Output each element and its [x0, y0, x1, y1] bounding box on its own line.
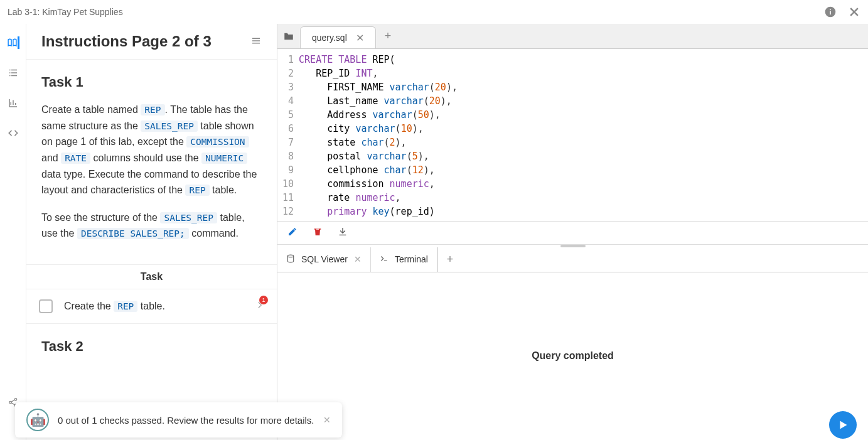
titlebar: Lab 3-1: KimTay Pet Supplies: [0, 0, 868, 24]
book-icon[interactable]: [7, 36, 19, 49]
task-badge: 1: [259, 296, 268, 304]
edit-icon[interactable]: [287, 227, 297, 239]
panel-tab-terminal[interactable]: Terminal: [371, 247, 437, 272]
line-gutter: 1234567891011121314: [277, 53, 299, 221]
task-checkbox[interactable]: [39, 299, 53, 313]
task1-heading: Task 1: [41, 71, 262, 93]
folder-icon[interactable]: [277, 24, 300, 48]
svg-point-6: [287, 255, 293, 257]
list-icon[interactable]: [7, 67, 19, 79]
task1-paragraph-2: To see the structure of the SALES_REP ta…: [41, 210, 262, 242]
chart-icon[interactable]: [7, 97, 19, 109]
left-rail: [0, 24, 26, 440]
tabbar: query.sql ✕ +: [277, 24, 868, 49]
code-icon[interactable]: [7, 127, 19, 139]
instructions-panel: Instructions Page 2 of 3 Task 1 Create a…: [26, 24, 277, 440]
panel-close-icon[interactable]: ✕: [354, 254, 362, 264]
menu-icon[interactable]: [250, 35, 262, 48]
code-rep2: REP: [185, 185, 209, 196]
editor-area: query.sql ✕ + 1234567891011121314 CREATE…: [277, 24, 868, 440]
toast: 🤖 0 out of 1 checks passed. Review the r…: [15, 402, 342, 437]
code-commission: COMMISSION: [186, 136, 249, 148]
toast-close-icon[interactable]: ✕: [323, 415, 331, 425]
terminal-icon: [380, 254, 388, 265]
code-lines[interactable]: CREATE TABLE REP( REP_ID INT, FIRST_NAME…: [299, 53, 868, 221]
chevron-right-icon[interactable]: 1: [255, 301, 264, 311]
code-editor[interactable]: 1234567891011121314 CREATE TABLE REP( RE…: [277, 49, 868, 221]
info-icon[interactable]: [824, 6, 837, 18]
panel-tabs: SQL Viewer ✕ Terminal +: [277, 247, 868, 272]
task-label: Create the REP table.: [64, 301, 244, 312]
tab-query-sql[interactable]: query.sql ✕: [300, 26, 376, 48]
task-row[interactable]: Create the REP table. 1: [26, 289, 277, 324]
run-button[interactable]: [829, 411, 857, 439]
code-rate: RATE: [61, 153, 90, 164]
svg-rect-2: [830, 9, 831, 10]
instructions-heading: Instructions Page 2 of 3: [41, 33, 250, 50]
code-rep: REP: [141, 104, 164, 115]
task-section-header: Task: [26, 264, 277, 289]
database-icon: [286, 254, 295, 265]
panel-tab-sqlviewer[interactable]: SQL Viewer ✕: [277, 247, 371, 272]
trash-icon[interactable]: [313, 227, 323, 239]
panel-add-icon[interactable]: +: [438, 247, 463, 272]
code-numeric: NUMERIC: [201, 153, 247, 164]
task2-heading: Task 2: [41, 335, 262, 357]
new-tab-icon[interactable]: +: [376, 24, 400, 48]
bot-icon: 🤖: [26, 409, 49, 431]
code-describe: DESCRIBE SALES_REP;: [77, 228, 189, 239]
editor-toolbar: [277, 221, 868, 245]
task1-paragraph-1: Create a table named REP. The table has …: [41, 102, 262, 198]
close-icon[interactable]: [848, 6, 860, 18]
sql-result: Query completed: [277, 272, 868, 441]
svg-rect-1: [830, 11, 831, 14]
lab-title: Lab 3-1: KimTay Pet Supplies: [8, 7, 824, 17]
code-salesrep2: SALES_REP: [160, 212, 217, 223]
tab-label: query.sql: [312, 33, 347, 43]
tab-close-icon[interactable]: ✕: [356, 32, 364, 44]
code-salesrep: SALES_REP: [141, 121, 198, 132]
download-icon[interactable]: [338, 227, 348, 239]
toast-message: 0 out of 1 checks passed. Review the res…: [58, 415, 314, 426]
